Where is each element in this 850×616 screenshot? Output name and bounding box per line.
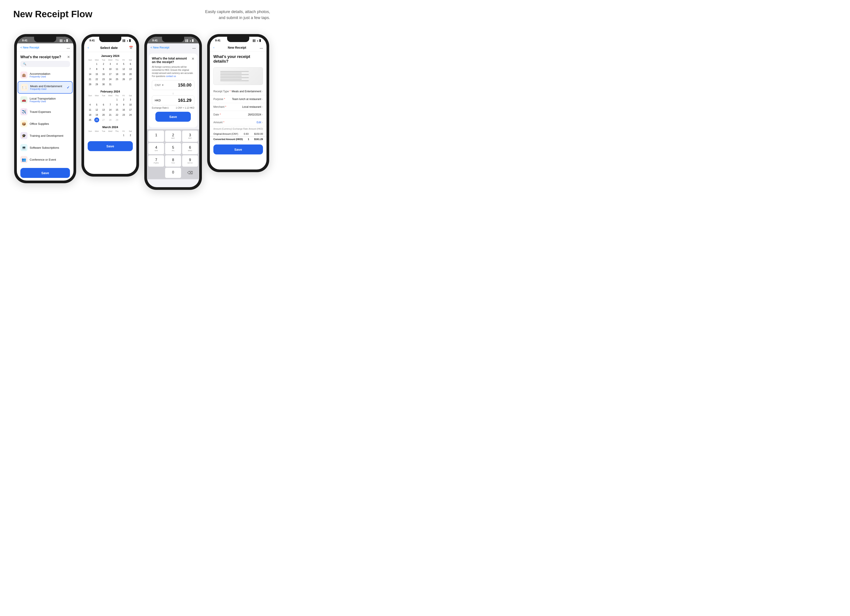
search-icon-1: 🔍 [23,63,26,66]
meals-icon: 🍽️ [21,84,28,91]
detail-purpose[interactable]: Purpose Team lunch at restaurant › [210,96,266,103]
phones-row: 9:41 ▌▌ ▲ ▊ < New Receipt ... What's the… [13,34,270,190]
status-icons-2: ▌▌ ▲ ▊ [123,39,131,42]
key-0[interactable]: 0 [165,168,181,178]
software-icon: 💻 [20,144,27,151]
calendar-march: March 2024 SunMonTueWedThuFriSat 1 2 [84,123,136,139]
key-8[interactable]: 8TUV [165,155,181,167]
col-rate: Exchange Rate [233,128,248,130]
cal-calendar-icon[interactable]: 📅 [129,46,133,49]
orig-label: Original Amount (CNY) [213,133,238,135]
key-4[interactable]: 4GHI [148,143,164,154]
receipt-type-label: Receipt Type [213,90,230,93]
office-text: Office Supplies [30,122,70,126]
convert-arrow: ↓ [152,91,195,95]
key-5[interactable]: 5JKL [165,143,181,154]
training-icon: 🎓 [20,132,27,139]
amount-modal-header: What's the total amount on the receipt? … [152,57,195,64]
category-office[interactable]: 📦 Office Supplies [18,118,73,129]
nav-back-3[interactable]: < New Receipt [151,46,169,49]
original-amount-row: Original Amount (CNY) 0.93 $150.00 [210,132,266,136]
category-travel[interactable]: ✈️ Travel Expenses [18,106,73,118]
amount-modal: What's the total amount on the receipt? … [149,54,198,127]
conv-label: Converted Amount (HKD) [213,138,243,141]
category-list: 🏨 Accommodation Frequently Used 🍽️ Meals… [17,69,73,165]
orig-hkd: $150.00 [254,133,263,135]
selected-day[interactable]: 26 [94,118,99,123]
merchant-label: Merchant [213,105,226,108]
category-transport[interactable]: 🚗 Local Transportation Frequently Used [18,94,73,106]
amount-edit[interactable]: Edit › [257,121,263,124]
notch-2 [99,37,121,42]
page-title: New Receipt Flow [13,9,92,19]
calendar-january: January 2024 SunMonTueWedThuFriSat 1 2 3… [84,52,136,88]
close-button-1[interactable]: ✕ [67,55,70,59]
cal-back[interactable]: ‹ [88,46,89,49]
meals-text: Meals and Entertainment Frequently Used [30,85,64,90]
purpose-label: Purpose [213,97,225,101]
nav-more-1[interactable]: ... [67,45,70,50]
key-6[interactable]: 6MNO [182,143,198,154]
exchange-rate-row: Exchange Rate ℹ 1 CNY = 1.12 HKD [152,107,195,109]
calendar-february: February 2024 SunMonTueWedThuFriSat 1 2 … [84,88,136,123]
detail-amount[interactable]: Amount Edit › [210,119,266,126]
phone-4: 9:41 ▌▌ ▲ ▊ ‹ New Receipt ... What's you… [207,34,269,172]
key-9[interactable]: 9WXYZ [182,155,198,167]
nav-bar-1: < New Receipt ... [17,43,73,52]
category-software[interactable]: 💻 Software Subscriptions [18,142,73,153]
col-hkd: Amount (HKD) [248,128,263,130]
currency-to: HKD [155,99,161,102]
key-1[interactable]: 1 [148,130,164,142]
status-time-1: 9:41 [22,39,27,42]
key-7[interactable]: 7PQRS [148,155,164,167]
conference-text: Conference or Event [30,158,70,161]
detail-receipt-type[interactable]: Receipt Type Meals and Entertainment › [210,88,266,96]
numpad: 1 2ABC 3DEF 4GHI 5JKL 6MNO 7PQRS 8TUV 9W… [147,129,199,179]
phone-1: 9:41 ▌▌ ▲ ▊ < New Receipt ... What's the… [14,34,76,183]
month-jan-title: January 2024 [87,54,134,58]
nav-back-1[interactable]: < New Receipt [20,46,39,49]
save-button-phone2[interactable]: Save [88,141,133,151]
save-button-phone1[interactable]: Save [20,168,70,178]
info-icon: ℹ [168,107,168,109]
search-bar-1[interactable]: 🔍 [20,61,70,67]
receipt-type-value: Meals and Entertainment › [232,90,263,93]
category-training[interactable]: 🎓 Training and Development [18,130,73,141]
cal-title: Select date [100,46,118,49]
currency-from: CNY [155,84,161,87]
currency-from-label[interactable]: CNY ▼ [155,84,164,87]
status-time-3: 9:41 [152,39,158,42]
nav-back-4[interactable]: ‹ [213,46,214,49]
month-mar-title: March 2024 [87,126,134,129]
receipt-thumbnail [213,67,263,85]
contact-link[interactable]: contact us [166,75,176,78]
travel-icon: ✈️ [20,108,27,115]
orig-rate: 0.93 [244,133,248,135]
receipt-type-header: What's the receipt type? ✕ [17,52,73,61]
amount-close-btn[interactable]: ✕ [192,57,195,61]
category-accommodation[interactable]: 🏨 Accommodation Frequently Used [18,69,73,81]
key-3[interactable]: 3DEF [182,130,198,142]
nav-more-3[interactable]: ... [192,45,196,50]
amount-label: Amount [213,121,224,124]
accommodation-icon: 🏨 [20,72,27,79]
detail-date[interactable]: Date 26/02/2024 › [210,111,266,119]
save-button-phone4[interactable]: Save [213,145,263,154]
conv-hkd: $161.29 [254,138,263,141]
day-headers-jan: SunMonTueWedThuFriSat [87,59,134,61]
transport-icon: 🚗 [20,96,27,103]
key-backspace[interactable]: ⌫ [182,168,198,178]
category-meals[interactable]: 🍽️ Meals and Entertainment Frequently Us… [18,81,73,94]
notch [34,37,56,42]
notch-4 [227,37,249,42]
category-conference[interactable]: 👥 Conference or Event [18,154,73,165]
calendar-nav: ‹ Select date 📅 [84,43,136,52]
software-text: Software Subscriptions [30,146,70,150]
key-2[interactable]: 2ABC [165,130,181,142]
nav-more-4[interactable]: ... [260,45,263,50]
merchant-value: Local restaurant › [242,105,263,108]
detail-merchant[interactable]: Merchant Local restaurant › [210,103,266,111]
day-grid-mar: 1 2 [87,133,134,138]
save-button-phone3[interactable]: Save [156,112,191,122]
conference-icon: 👥 [20,156,27,163]
